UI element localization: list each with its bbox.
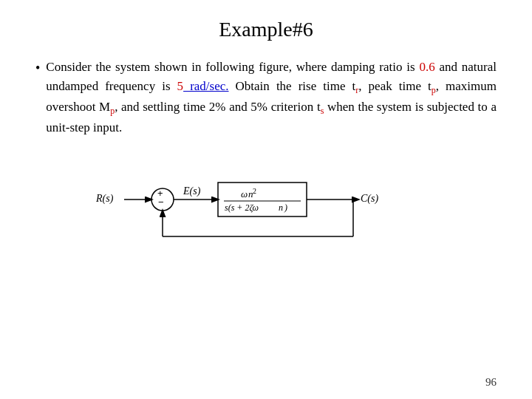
svg-text:ω: ω	[241, 188, 248, 200]
svg-text:): )	[284, 202, 287, 213]
svg-text:n: n	[279, 202, 283, 213]
text-part3: rad/sec.	[183, 79, 228, 93]
svg-text:s(s + 2ζω: s(s + 2ζω	[225, 202, 259, 213]
page-number: 96	[485, 376, 497, 389]
damping-value: 0.6	[419, 60, 434, 74]
text-part5: , peak time t	[358, 79, 431, 93]
content-area: • Consider the system shown in following…	[35, 58, 497, 138]
text-part4: Obtain the rise time t	[229, 79, 356, 93]
text-block: Consider the system shown in following f…	[46, 58, 497, 138]
bullet-symbol: •	[35, 58, 40, 79]
diagram-area: R(s) + − E(s) ω n 2 s(s + 2ζω n	[35, 159, 497, 255]
svg-text:E(s): E(s)	[183, 185, 201, 197]
svg-text:C(s): C(s)	[361, 193, 378, 205]
freq-value: 5	[177, 79, 184, 93]
bullet-point: • Consider the system shown in following…	[35, 58, 497, 138]
svg-text:R(s): R(s)	[95, 193, 114, 205]
svg-text:−: −	[158, 197, 164, 208]
block-diagram: R(s) + − E(s) ω n 2 s(s + 2ζω n	[89, 159, 443, 255]
svg-text:2: 2	[253, 187, 256, 195]
page-container: Example#6 • Consider the system shown in…	[0, 0, 532, 399]
text-part7: , and settling time 2% and 5% criterion …	[115, 100, 320, 114]
page-title: Example#6	[35, 18, 497, 41]
text-part1: Consider the system shown in following f…	[46, 60, 419, 74]
